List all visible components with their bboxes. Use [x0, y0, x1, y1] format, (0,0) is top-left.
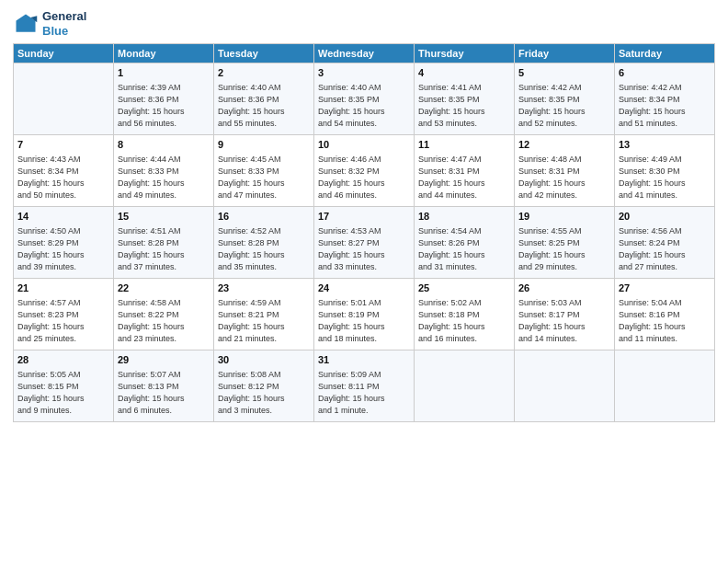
day-number: 10 [318, 138, 410, 152]
day-number: 17 [318, 210, 410, 224]
day-header-tuesday: Tuesday [214, 44, 314, 63]
day-number: 5 [518, 66, 610, 80]
cell-info: Sunrise: 4:46 AMSunset: 8:32 PMDaylight:… [318, 154, 410, 201]
day-number: 29 [118, 353, 210, 367]
calendar-cell: 13Sunrise: 4:49 AMSunset: 8:30 PMDayligh… [615, 135, 715, 207]
cell-info: Sunrise: 4:50 AMSunset: 8:29 PMDaylight:… [17, 225, 109, 273]
cell-info: Sunrise: 4:42 AMSunset: 8:35 PMDaylight:… [518, 82, 610, 130]
day-number: 24 [318, 282, 410, 295]
header-row: SundayMondayTuesdayWednesdayThursdayFrid… [14, 44, 715, 63]
calendar-cell [14, 63, 114, 135]
day-number: 21 [17, 282, 109, 295]
cell-info: Sunrise: 5:02 AMSunset: 8:18 PMDaylight:… [418, 297, 510, 345]
calendar-cell: 20Sunrise: 4:56 AMSunset: 8:24 PMDayligh… [615, 207, 715, 279]
day-number: 2 [218, 66, 310, 80]
day-number: 7 [17, 138, 109, 152]
calendar-cell [415, 350, 515, 422]
calendar-cell: 25Sunrise: 5:02 AMSunset: 8:18 PMDayligh… [415, 279, 515, 350]
cell-info: Sunrise: 4:48 AMSunset: 8:31 PMDaylight:… [518, 154, 610, 201]
day-number: 3 [318, 66, 410, 80]
day-header-saturday: Saturday [615, 44, 715, 63]
week-row-3: 14Sunrise: 4:50 AMSunset: 8:29 PMDayligh… [14, 207, 715, 279]
calendar-cell: 31Sunrise: 5:09 AMSunset: 8:11 PMDayligh… [314, 350, 415, 422]
logo: General Blue [13, 9, 86, 38]
day-number: 12 [518, 138, 610, 152]
calendar-cell: 8Sunrise: 4:44 AMSunset: 8:33 PMDaylight… [114, 135, 214, 207]
calendar-cell: 23Sunrise: 4:59 AMSunset: 8:21 PMDayligh… [214, 279, 314, 350]
calendar-cell: 12Sunrise: 4:48 AMSunset: 8:31 PMDayligh… [515, 135, 615, 207]
calendar-cell: 19Sunrise: 4:55 AMSunset: 8:25 PMDayligh… [515, 207, 615, 279]
day-number: 30 [218, 353, 310, 367]
logo-icon [13, 11, 39, 37]
week-row-1: 1Sunrise: 4:39 AMSunset: 8:36 PMDaylight… [14, 63, 715, 135]
cell-info: Sunrise: 4:59 AMSunset: 8:21 PMDaylight:… [218, 297, 310, 345]
calendar-cell: 10Sunrise: 4:46 AMSunset: 8:32 PMDayligh… [314, 135, 415, 207]
cell-info: Sunrise: 4:54 AMSunset: 8:26 PMDaylight:… [418, 225, 510, 273]
day-number: 22 [118, 282, 210, 295]
page: General Blue SundayMondayTuesdayWednesda… [0, 0, 728, 563]
day-number: 16 [218, 210, 310, 224]
calendar-cell: 18Sunrise: 4:54 AMSunset: 8:26 PMDayligh… [415, 207, 515, 279]
cell-info: Sunrise: 5:05 AMSunset: 8:15 PMDaylight:… [17, 369, 109, 417]
logo-text: General Blue [42, 9, 86, 38]
calendar-cell: 2Sunrise: 4:40 AMSunset: 8:36 PMDaylight… [214, 63, 314, 135]
week-row-4: 21Sunrise: 4:57 AMSunset: 8:23 PMDayligh… [14, 279, 715, 350]
calendar-cell: 17Sunrise: 4:53 AMSunset: 8:27 PMDayligh… [314, 207, 415, 279]
cell-info: Sunrise: 4:49 AMSunset: 8:30 PMDaylight:… [619, 154, 711, 201]
calendar-cell: 15Sunrise: 4:51 AMSunset: 8:28 PMDayligh… [114, 207, 214, 279]
day-header-thursday: Thursday [415, 44, 515, 63]
cell-info: Sunrise: 4:40 AMSunset: 8:36 PMDaylight:… [218, 82, 310, 130]
cell-info: Sunrise: 4:41 AMSunset: 8:35 PMDaylight:… [418, 82, 510, 130]
calendar-cell: 5Sunrise: 4:42 AMSunset: 8:35 PMDaylight… [515, 63, 615, 135]
day-number: 28 [17, 353, 109, 367]
calendar-cell: 26Sunrise: 5:03 AMSunset: 8:17 PMDayligh… [515, 279, 615, 350]
cell-info: Sunrise: 5:03 AMSunset: 8:17 PMDaylight:… [518, 297, 610, 345]
day-number: 18 [418, 210, 510, 224]
day-number: 25 [418, 282, 510, 295]
cell-info: Sunrise: 4:44 AMSunset: 8:33 PMDaylight:… [118, 154, 210, 201]
day-number: 15 [118, 210, 210, 224]
cell-info: Sunrise: 4:52 AMSunset: 8:28 PMDaylight:… [218, 225, 310, 273]
calendar-cell: 14Sunrise: 4:50 AMSunset: 8:29 PMDayligh… [14, 207, 114, 279]
cell-info: Sunrise: 5:07 AMSunset: 8:13 PMDaylight:… [118, 369, 210, 417]
day-number: 1 [118, 66, 210, 80]
day-number: 6 [619, 66, 711, 80]
cell-info: Sunrise: 4:45 AMSunset: 8:33 PMDaylight:… [218, 154, 310, 201]
calendar-cell: 1Sunrise: 4:39 AMSunset: 8:36 PMDaylight… [114, 63, 214, 135]
day-header-wednesday: Wednesday [314, 44, 415, 63]
calendar-cell: 4Sunrise: 4:41 AMSunset: 8:35 PMDaylight… [415, 63, 515, 135]
cell-info: Sunrise: 4:42 AMSunset: 8:34 PMDaylight:… [619, 82, 711, 130]
day-number: 11 [418, 138, 510, 152]
cell-info: Sunrise: 4:55 AMSunset: 8:25 PMDaylight:… [518, 225, 610, 273]
cell-info: Sunrise: 4:57 AMSunset: 8:23 PMDaylight:… [17, 297, 109, 345]
day-number: 4 [418, 66, 510, 80]
calendar-cell: 11Sunrise: 4:47 AMSunset: 8:31 PMDayligh… [415, 135, 515, 207]
cell-info: Sunrise: 4:58 AMSunset: 8:22 PMDaylight:… [118, 297, 210, 345]
day-number: 31 [318, 353, 410, 367]
day-number: 19 [518, 210, 610, 224]
day-number: 23 [218, 282, 310, 295]
day-number: 13 [619, 138, 711, 152]
cell-info: Sunrise: 5:09 AMSunset: 8:11 PMDaylight:… [318, 369, 410, 417]
cell-info: Sunrise: 4:53 AMSunset: 8:27 PMDaylight:… [318, 225, 410, 273]
calendar-cell [615, 350, 715, 422]
calendar-cell [515, 350, 615, 422]
day-header-friday: Friday [515, 44, 615, 63]
calendar-cell: 24Sunrise: 5:01 AMSunset: 8:19 PMDayligh… [314, 279, 415, 350]
day-header-sunday: Sunday [14, 44, 114, 63]
calendar-cell: 6Sunrise: 4:42 AMSunset: 8:34 PMDaylight… [615, 63, 715, 135]
cell-info: Sunrise: 5:08 AMSunset: 8:12 PMDaylight:… [218, 369, 310, 417]
calendar-table: SundayMondayTuesdayWednesdayThursdayFrid… [13, 43, 715, 422]
cell-info: Sunrise: 4:43 AMSunset: 8:34 PMDaylight:… [17, 154, 109, 201]
cell-info: Sunrise: 4:51 AMSunset: 8:28 PMDaylight:… [118, 225, 210, 273]
calendar-cell: 29Sunrise: 5:07 AMSunset: 8:13 PMDayligh… [114, 350, 214, 422]
calendar-cell: 30Sunrise: 5:08 AMSunset: 8:12 PMDayligh… [214, 350, 314, 422]
cell-info: Sunrise: 4:40 AMSunset: 8:35 PMDaylight:… [318, 82, 410, 130]
week-row-2: 7Sunrise: 4:43 AMSunset: 8:34 PMDaylight… [14, 135, 715, 207]
calendar-cell: 7Sunrise: 4:43 AMSunset: 8:34 PMDaylight… [14, 135, 114, 207]
day-number: 14 [17, 210, 109, 224]
calendar-cell: 9Sunrise: 4:45 AMSunset: 8:33 PMDaylight… [214, 135, 314, 207]
calendar-cell: 28Sunrise: 5:05 AMSunset: 8:15 PMDayligh… [14, 350, 114, 422]
calendar-cell: 16Sunrise: 4:52 AMSunset: 8:28 PMDayligh… [214, 207, 314, 279]
cell-info: Sunrise: 4:47 AMSunset: 8:31 PMDaylight:… [418, 154, 510, 201]
